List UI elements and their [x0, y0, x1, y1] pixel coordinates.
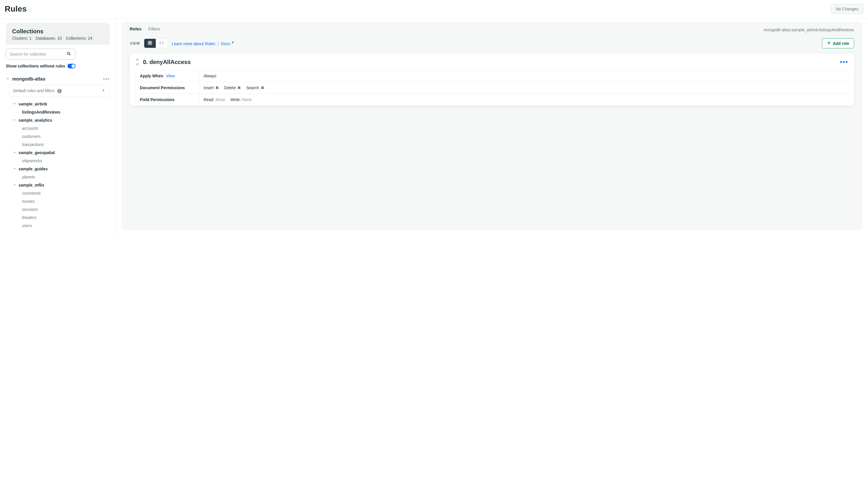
database-name: sample_mflix	[19, 183, 44, 187]
collection-item[interactable]: comments	[6, 189, 110, 197]
view-label: VIEW	[130, 41, 140, 46]
move-up-icon[interactable]	[135, 58, 139, 61]
view-grid-option[interactable]	[144, 39, 156, 48]
learn-more-link[interactable]: Learn more about Roles	[172, 41, 215, 46]
chevron-down-icon	[13, 183, 16, 187]
view-code-option[interactable]	[156, 39, 167, 48]
collection-item[interactable]: movies	[6, 197, 110, 205]
database-item[interactable]: sample_airbnb	[6, 100, 110, 108]
search-perm-label: Search	[246, 86, 259, 90]
x-icon: ✖	[261, 86, 264, 90]
apply-when-label: Apply When	[140, 73, 163, 78]
chevron-down-icon	[13, 102, 16, 106]
chevron-down-icon[interactable]	[6, 77, 10, 82]
docs-label: Docs	[221, 41, 230, 46]
search-input[interactable]	[6, 49, 75, 60]
cluster-menu-icon[interactable]: •••	[103, 77, 110, 82]
show-without-rules-toggle[interactable]	[67, 64, 75, 68]
role-permissions-table: Apply When View Always Document Permissi…	[135, 70, 848, 106]
x-icon: ✖	[215, 86, 219, 90]
databases-label: Databases:	[36, 36, 56, 40]
database-item[interactable]: sample_geospatial	[6, 149, 110, 157]
role-title: 0. denyAllAccess	[143, 59, 191, 65]
read-value: None	[215, 97, 225, 102]
role-card: 0. denyAllAccess ••• Apply When View Alw…	[130, 54, 854, 106]
move-down-icon[interactable]	[135, 63, 139, 66]
collections-header: Collections Clusters: 1 Databases: 10 Co…	[6, 23, 110, 44]
collections-count-label: Collections:	[66, 36, 87, 40]
database-name: sample_geospatial	[19, 150, 55, 155]
apply-when-value: Always	[204, 73, 216, 78]
page-title: Rules	[5, 4, 27, 13]
add-role-button[interactable]: Add role	[822, 38, 854, 49]
apply-when-view-link[interactable]: View	[166, 73, 175, 78]
database-item[interactable]: sample_guides	[6, 165, 110, 173]
code-icon	[159, 40, 164, 46]
external-link-icon: ⬈	[231, 40, 234, 44]
collection-item[interactable]: sessions	[6, 205, 110, 213]
link-separator: |	[217, 41, 219, 46]
controls-row: VIEW	[122, 33, 862, 54]
default-roles-label: Default roles and filters	[13, 88, 55, 93]
main-content: Roles Filters mongodb-atlas:sample_airbn…	[116, 19, 868, 236]
apply-when-row: Apply When View Always	[136, 70, 848, 82]
collection-item[interactable]: shipwrecks	[6, 157, 110, 165]
collection-item[interactable]: transactions	[6, 141, 110, 149]
clusters-label: Clusters:	[12, 36, 28, 40]
chevron-down-icon	[13, 118, 16, 123]
tab-roles[interactable]: Roles	[130, 26, 142, 33]
plus-icon	[827, 41, 831, 46]
no-changes-button[interactable]: No Changes	[831, 4, 863, 14]
clusters-value: 1	[29, 36, 32, 40]
collection-item[interactable]: theaters	[6, 213, 110, 221]
collections-sidebar: Collections Clusters: 1 Databases: 10 Co…	[0, 19, 116, 236]
collections-title: Collections	[12, 28, 103, 35]
default-roles-button[interactable]: Default roles and filters i	[9, 85, 110, 97]
collection-item[interactable]: planets	[6, 173, 110, 181]
write-value: None	[242, 97, 252, 102]
database-item[interactable]: sample_mflix	[6, 181, 110, 189]
collections-count-value: 24	[88, 36, 92, 40]
show-without-rules-row: Show collections without rules	[6, 64, 110, 68]
grid-icon	[148, 40, 152, 46]
document-permissions-row: Document Permissions Insert ✖ Delete ✖ S…	[136, 82, 848, 94]
view-switch	[144, 38, 167, 48]
info-icon: i	[57, 89, 62, 93]
databases-value: 10	[57, 36, 62, 40]
tabs-row: Roles Filters mongodb-atlas:sample_airbn…	[122, 22, 862, 33]
search-wrap	[6, 49, 110, 60]
database-tree: sample_airbnblistingsAndReviewssample_an…	[6, 100, 110, 230]
document-permissions-label: Document Permissions	[136, 82, 199, 94]
show-without-rules-label: Show collections without rules	[6, 64, 65, 68]
database-name: sample_analytics	[19, 118, 52, 123]
breadcrumb: mongodb-atlas:sample_airbnb:listingsAndR…	[764, 28, 854, 32]
collection-item[interactable]: customers	[6, 132, 110, 141]
read-label: Read:	[204, 97, 214, 102]
collection-item[interactable]: accounts	[6, 124, 110, 132]
field-permissions-row: Field Permissions Read: None Write: None	[136, 94, 848, 106]
cluster-row: mongodb-atlas •••	[6, 73, 110, 85]
collection-item[interactable]: listingsAndReviews	[6, 108, 110, 116]
svg-rect-3	[150, 41, 152, 42]
chevron-down-icon	[13, 167, 16, 171]
docs-link[interactable]: Docs ⬈	[221, 41, 234, 46]
svg-rect-2	[148, 41, 150, 42]
cluster-name[interactable]: mongodb-atlas	[12, 77, 45, 82]
page-header: Rules No Changes	[0, 0, 868, 19]
collection-item[interactable]: users	[6, 221, 110, 230]
database-item[interactable]: sample_analytics	[6, 116, 110, 124]
field-permissions-label: Field Permissions	[136, 94, 199, 106]
chevron-down-icon	[13, 150, 16, 155]
collections-stats: Clusters: 1 Databases: 10 Collections: 2…	[12, 36, 103, 40]
tab-filters[interactable]: Filters	[149, 26, 160, 33]
insert-perm-label: Insert	[204, 86, 214, 90]
chevron-right-icon	[101, 88, 105, 93]
x-icon: ✖	[238, 86, 241, 90]
database-name: sample_guides	[19, 167, 48, 171]
svg-rect-5	[150, 43, 152, 44]
write-label: Write:	[230, 97, 241, 102]
role-menu-icon[interactable]: •••	[840, 58, 848, 66]
add-role-label: Add role	[833, 41, 849, 46]
database-name: sample_airbnb	[19, 102, 47, 106]
reorder-controls	[135, 58, 139, 66]
